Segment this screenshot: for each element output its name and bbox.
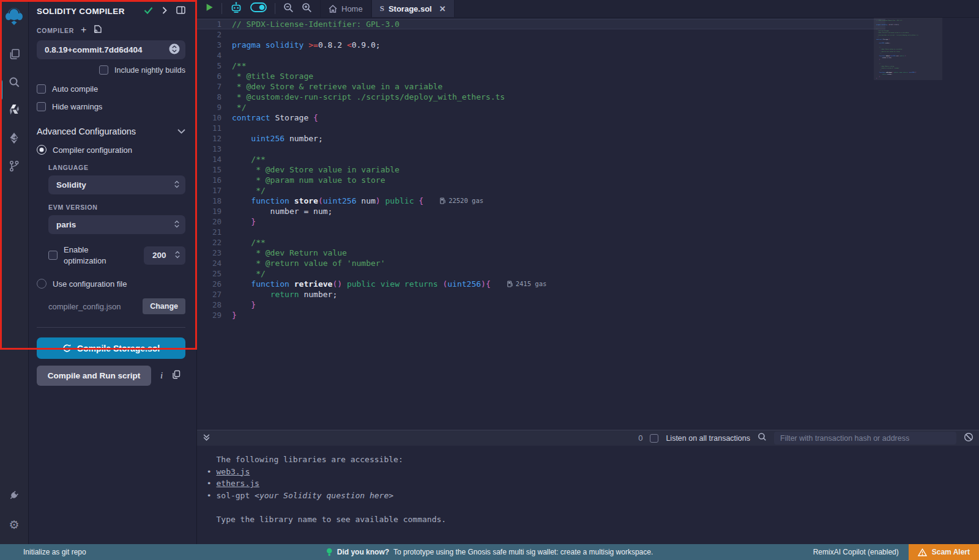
code-line-3[interactable]: 3pragma solidity >=0.8.2 <0.9.0; [197, 40, 885, 50]
copilot-status[interactable]: RemixAI Copilot (enabled) [813, 548, 899, 556]
active-plugin-indicator [0, 79, 2, 100]
run-script-play-icon[interactable] [205, 3, 214, 14]
line-number: 29 [197, 310, 232, 320]
zoom-in-icon[interactable] [302, 2, 312, 15]
terminal-output[interactable]: The following libraries are accessible: … [197, 446, 979, 544]
code-line-23[interactable]: 23 * @dev Return value [197, 248, 885, 258]
code-line-12[interactable]: 12 uint256 number; [197, 133, 885, 144]
code-line-27[interactable]: 27 return number; [197, 289, 885, 300]
panel-title: SOLIDITY COMPILER [37, 7, 125, 16]
scam-alert-button[interactable]: Scam Alert [909, 544, 979, 560]
hide-warnings-checkbox[interactable] [37, 102, 46, 111]
terminal-line: • web3.js [202, 466, 979, 478]
close-tab-icon[interactable]: ✕ [439, 4, 446, 13]
auto-compile-checkbox[interactable] [37, 84, 46, 94]
import-compiler-icon[interactable] [93, 24, 102, 36]
code-line-24[interactable]: 24 * @return value of 'number' [197, 258, 885, 268]
code-line-22[interactable]: 22 /** [197, 237, 885, 248]
terminal-link[interactable]: ethers.js [216, 479, 259, 488]
terminal-line [202, 501, 979, 514]
use-config-file-label: Use configuration file [53, 279, 127, 289]
code-line-2[interactable]: 2 [197, 29, 885, 40]
code-line-20[interactable]: 20 } [197, 216, 885, 227]
chevron-right-icon[interactable] [162, 6, 167, 17]
compile-and-run-button[interactable]: Compile and Run script [37, 366, 151, 386]
ai-copilot-robot-icon[interactable] [230, 2, 242, 16]
tip-text: To prototype using the Gnosis safe multi… [393, 548, 653, 556]
code-line-16[interactable]: 16 * @param num value to store [197, 175, 885, 185]
code-line-9[interactable]: 9 */ [197, 102, 885, 112]
code-line-10[interactable]: 10contract Storage { [197, 112, 885, 123]
code-line-6[interactable]: 6 * @title Storage [197, 71, 885, 81]
line-number: 13 [197, 144, 232, 154]
use-config-file-radio[interactable] [37, 279, 47, 289]
remix-logo-icon[interactable] [0, 4, 29, 28]
compiler-version-select[interactable]: 0.8.19+commit.7dd6d404 [37, 40, 185, 59]
enable-optimization-label: Enable optimization [64, 245, 122, 266]
code-line-13[interactable]: 13 [197, 144, 885, 154]
file-explorer-icon[interactable] [0, 42, 29, 66]
include-nightly-checkbox[interactable] [99, 65, 108, 75]
zoom-out-icon[interactable] [283, 2, 294, 15]
collapse-terminal-icon[interactable] [203, 433, 210, 444]
copy-icon[interactable] [172, 370, 181, 381]
terminal-header: 0 Listen on all transactions [197, 430, 979, 446]
code-line-28[interactable]: 28 } [197, 300, 885, 310]
line-number: 27 [197, 289, 232, 300]
listen-transactions-checkbox[interactable] [650, 434, 658, 443]
change-config-button[interactable]: Change [143, 298, 185, 314]
enable-optimization-checkbox[interactable] [48, 251, 58, 260]
editor-minimap[interactable]: // SPDX-License-Identifier: GPL-3.0pragm… [874, 18, 942, 430]
line-number: 3 [197, 40, 232, 50]
code-line-11[interactable]: 11 [197, 123, 885, 133]
code-line-8[interactable]: 8 * @custom:dev-run-script ./scripts/dep… [197, 92, 885, 102]
code-line-4[interactable]: 4 [197, 50, 885, 61]
info-icon[interactable]: i [160, 370, 163, 381]
tab-storage-sol[interactable]: S Storage.sol ✕ [371, 0, 455, 17]
code-line-15[interactable]: 15 * @dev Store value in variable [197, 164, 885, 175]
optimization-runs-value: 200 [152, 251, 166, 260]
lightbulb-icon [326, 548, 333, 557]
evm-version-select[interactable]: paris [48, 215, 185, 234]
add-compiler-icon[interactable]: + [81, 25, 86, 35]
language-select[interactable]: Solidity [48, 175, 185, 194]
terminal-link[interactable]: web3.js [216, 467, 250, 476]
advanced-configurations-header[interactable]: Advanced Configurations [37, 127, 185, 136]
code-line-5[interactable]: 5/** [197, 61, 885, 71]
code-editor[interactable]: 1// SPDX-License-Identifier: GPL-3.023pr… [197, 18, 979, 430]
code-line-19[interactable]: 19 number = num; [197, 206, 885, 216]
terminal-line: • sol-gpt <your Solidity question here> [202, 490, 979, 502]
search-icon[interactable] [0, 70, 29, 94]
transaction-filter-input[interactable] [774, 432, 956, 444]
line-number: 10 [197, 112, 232, 123]
compiler-configuration-radio[interactable] [37, 145, 47, 155]
code-line-18[interactable]: 18 function store(uint256 num) public {2… [197, 196, 885, 206]
git-init-button[interactable]: Initialize as git repo [23, 548, 86, 556]
line-number: 16 [197, 175, 232, 185]
git-icon[interactable] [0, 154, 29, 179]
pin-panel-icon[interactable] [176, 6, 185, 17]
auto-compile-label: Auto compile [52, 84, 98, 94]
solidity-compiler-icon[interactable] [0, 98, 29, 122]
clear-terminal-icon[interactable] [964, 432, 973, 444]
tab-home[interactable]: Home [320, 0, 371, 17]
terminal-search-icon[interactable] [758, 432, 767, 444]
remix-ide-app: ⚙ SOLIDITY COMPILER COMPILER + 0.8.19+co… [0, 0, 979, 544]
divider [275, 3, 275, 14]
main-area: Home S Storage.sol ✕ 1// SPDX-License-Id… [197, 0, 979, 544]
plugin-manager-icon[interactable] [0, 483, 29, 507]
compile-button[interactable]: Compile Storage.sol [37, 337, 185, 359]
optimization-runs-input[interactable]: 200 [144, 246, 185, 265]
deploy-and-run-icon[interactable] [0, 126, 29, 150]
code-line-14[interactable]: 14 /** [197, 154, 885, 164]
code-line-1[interactable]: 1// SPDX-License-Identifier: GPL-3.0 [197, 19, 885, 29]
settings-gear-icon[interactable]: ⚙ [0, 512, 29, 537]
copilot-toggle-on[interactable] [250, 2, 267, 15]
code-line-25[interactable]: 25 */ [197, 268, 885, 279]
code-line-17[interactable]: 17 */ [197, 185, 885, 196]
code-line-26[interactable]: 26 function retrieve() public view retur… [197, 279, 885, 289]
code-line-21[interactable]: 21 [197, 227, 885, 237]
updown-caret-icon [174, 250, 181, 261]
code-line-7[interactable]: 7 * @dev Store & retrieve value in a var… [197, 81, 885, 92]
code-line-29[interactable]: 29} [197, 310, 885, 320]
